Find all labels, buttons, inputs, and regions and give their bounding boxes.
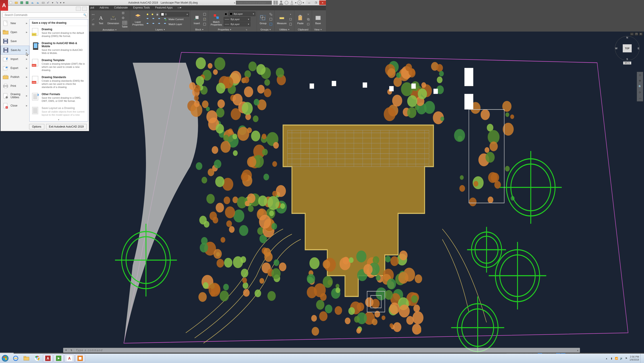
exit-button[interactable]: Exit Autodesk AutoCAD 2019 [46,124,87,129]
qat-cloud-open-icon[interactable] [35,0,40,5]
ribbon-tab-expresstools[interactable]: Express Tools [130,5,152,10]
obj-color-combo[interactable]: ByLayer▼ [228,12,256,16]
group-sel-icon[interactable] [268,22,273,26]
copy-icon[interactable] [306,17,310,22]
recent-docs-icon[interactable] [76,7,81,11]
layer-prev-icon[interactable] [151,17,156,22]
window-restore-button[interactable]: ❐ [312,0,319,5]
match-layer-label[interactable]: Match Layer [168,23,182,26]
ribbon-tab-partial[interactable]: put [90,5,97,10]
help-dd-icon[interactable]: ▾ [302,0,304,5]
ribbon-tab-switcher-icon[interactable]: ▭▾ [178,5,181,10]
layer-iso-icon[interactable] [145,17,150,22]
layer-merge-icon[interactable] [151,22,156,26]
group-button[interactable]: Group [258,14,268,24]
make-current-label[interactable]: Make Current [168,18,184,20]
qat-redo-dd-icon[interactable]: ▾ [60,0,62,5]
quickcalc-icon[interactable] [288,22,293,26]
appmenu-save[interactable]: Save [1,37,29,46]
ribbon-tab-featuredapps[interactable]: Featured Apps [152,5,175,10]
saveas-drawing-standards[interactable]: DWSDrawing StandardsCreate a drawing sta… [30,74,88,91]
appmenu-publish[interactable]: Publish▶ [1,72,29,82]
make-current-icon[interactable] [163,17,167,22]
qat-customize-icon[interactable]: ▾ [62,0,65,5]
appmenu-print[interactable]: Print▶ [1,82,29,90]
layer-freeze-icon[interactable] [150,12,155,16]
qat-redo-icon[interactable] [54,0,59,5]
match-properties-button[interactable]: Match Properties [210,13,223,26]
qat-saveas-icon[interactable] [24,0,30,5]
infocenter-search-input[interactable] [236,1,272,5]
options-button[interactable]: Options [29,124,44,129]
layer-del-icon[interactable] [157,22,162,26]
insert-block-button[interactable]: Insert [192,14,202,24]
obj-lineweight-combo[interactable]: ByLayer▼ [224,17,250,22]
base-view-button[interactable]: Base [314,14,323,24]
linear-dim-icon[interactable] [91,12,95,17]
infocenter-arrow-icon[interactable]: ◂ [234,1,236,5]
layer-properties-button[interactable]: Layer Properties [132,13,144,26]
paste-button[interactable]: Paste [296,14,305,24]
a360-icon[interactable] [289,0,294,5]
copyclip-icon[interactable] [306,22,310,26]
ribbon-tab-collaborate[interactable]: Collaborate [111,5,130,10]
centermark-icon[interactable] [121,16,125,20]
qat-open-icon[interactable] [14,0,19,5]
measure-button[interactable]: Measure [276,14,288,24]
saveas-drawing-to-autocad-web-mobile[interactable]: Drawing to AutoCAD Web & MobileSave the … [30,40,88,57]
a360-dd-icon[interactable]: ▾ [294,0,297,5]
qat-undo-dd-icon[interactable]: ▾ [52,0,54,5]
ungroup-icon[interactable] [268,12,273,16]
qat-cloud-save-icon[interactable] [30,0,35,5]
print-icon [2,83,9,89]
match-layer-icon[interactable] [163,22,167,26]
create-block-icon[interactable] [202,12,207,16]
svg-rect-32 [280,17,284,19]
layer-state-icon[interactable] [157,17,162,22]
leader-icon[interactable] [91,17,95,22]
appmenu-drawing-utilities[interactable]: Drawing Utilities▶ [1,90,29,101]
window-close-button[interactable]: ✕ [319,0,326,5]
group-edit-icon[interactable] [268,17,273,22]
dim-flyout-icon[interactable] [121,11,125,15]
appmenu-search-input[interactable] [2,12,88,18]
qat-new-icon[interactable] [8,0,14,5]
edit-attr-icon[interactable] [202,22,207,26]
id-point-icon[interactable] [288,12,293,16]
help-icon[interactable]: ? [297,0,302,5]
saveas-drawing-template[interactable]: DWTDrawing TemplateCreate a drawing temp… [30,57,88,74]
app-menu-button[interactable]: A [0,0,8,11]
appmenu-open[interactable]: Open▶ [1,28,29,37]
cut-icon[interactable] [306,12,310,16]
color-wheel-icon[interactable] [224,12,228,16]
edit-block-icon[interactable] [202,17,207,22]
layer-walk-icon[interactable] [145,22,150,26]
appmenu-scroll-more-icon[interactable]: ▼ [30,118,88,121]
signin-icon[interactable] [273,0,278,5]
svg-point-109 [247,128,252,133]
appmenu-close[interactable]: Close▶ [1,101,29,110]
text-tool[interactable]: A Text [96,14,106,24]
ribbon-tab-addins[interactable]: Add-ins [97,5,112,10]
table-tool[interactable]: Table [121,20,128,28]
saveas-other-formats[interactable]: Other FormatsSave the current drawing to… [30,91,88,105]
appmenu-new[interactable]: New▶ [1,19,29,28]
exchange-icon[interactable] [284,0,289,5]
layer-current-combo[interactable]: 0▼ [160,12,189,16]
qat-plot-icon[interactable] [41,0,46,5]
qat-undo-icon[interactable] [46,0,51,5]
window-minimize-button[interactable]: — [306,0,312,5]
open-docs-icon[interactable] [82,7,87,11]
point-style-icon[interactable] [288,17,293,22]
saveas-drawing[interactable]: DWGDrawingSave the current drawing to th… [30,26,88,40]
appmenu-export[interactable]: Export▶ [1,64,29,72]
layer-lock-icon[interactable] [155,12,160,16]
account-icon[interactable] [278,0,284,5]
obj-linetype-combo[interactable]: ByLayer▼ [224,22,250,26]
layer-off-icon[interactable] [145,12,150,16]
qat-save-icon[interactable] [19,0,24,5]
dimension-tool[interactable]: Dimension [106,14,120,24]
appmenu-import[interactable]: Import▶ [1,54,29,64]
appmenu-save-as[interactable]: Save As▶ [1,46,29,54]
mline-icon[interactable] [91,22,95,27]
